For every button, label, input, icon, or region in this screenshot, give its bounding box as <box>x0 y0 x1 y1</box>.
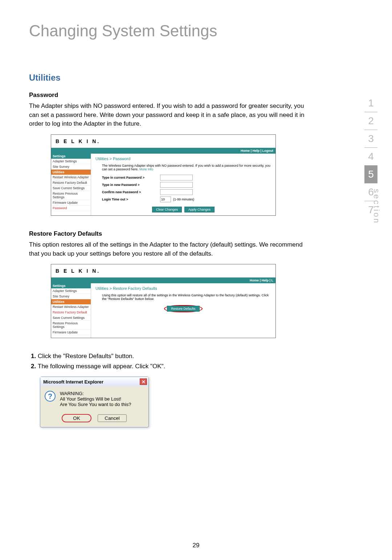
new-password-input[interactable] <box>160 182 193 188</box>
page-title: Changing System Settings <box>29 22 363 40</box>
password-body: The Adapter ships with NO password enter… <box>29 102 312 129</box>
sidebar-settings-head: Settings <box>51 154 91 159</box>
restore-defaults-button[interactable]: Restore Defaults <box>167 306 199 312</box>
current-password-label: Type in current Password > <box>102 176 160 179</box>
belkin-logo: B E L K I N. <box>56 268 100 274</box>
sidebar-item[interactable]: Adapter Settings <box>51 159 91 164</box>
highlight-circle: Restore Defaults <box>164 305 202 312</box>
sidebar-item[interactable]: Restart Wireless Adapter <box>51 175 91 180</box>
content: Utilities Password The Adapter ships wit… <box>29 73 312 427</box>
restore-body: This option restores all of the settings… <box>29 240 312 258</box>
password-heading: Password <box>29 92 312 99</box>
sidebar-item[interactable]: Restore Factory Default <box>51 180 91 186</box>
sidebar-item[interactable]: Firmware Update <box>51 200 91 206</box>
step-1: Click the "Restore Defaults" button. <box>38 353 312 360</box>
sidebar-item[interactable]: Save Current Settings <box>51 315 91 321</box>
dialog-line: Are You Sure You want to do this? <box>60 402 131 407</box>
dialog-line: All Your Settings Will be Lost! <box>60 396 131 402</box>
top-links-bar: Home | Help | L <box>51 277 275 283</box>
screenshot-password: B E L K I N. Home | Help | Logout Settin… <box>51 134 276 216</box>
section-tabs: section 1 2 3 4 5 6 7 <box>364 94 377 219</box>
sidebar-item[interactable]: Restart Wireless Adapter <box>51 304 91 310</box>
cancel-button[interactable]: Cancel <box>98 414 127 422</box>
login-timeout-hint: (1-99 minutes) <box>173 198 194 201</box>
section-tab-1[interactable]: 1 <box>364 94 377 112</box>
section-tab-4[interactable]: 4 <box>364 148 377 166</box>
sidebar: Settings Adapter Settings Site Survey Ut… <box>51 154 91 215</box>
sidebar-item[interactable]: Restore Previous Settings <box>51 191 91 200</box>
login-timeout-label: Login Time out > <box>102 198 160 201</box>
dialog-warning-label: WARNING: <box>60 391 131 396</box>
section-tab-3[interactable]: 3 <box>364 130 377 148</box>
section-tab-5[interactable]: 5 <box>364 166 377 183</box>
dialog-title: Microsoft Internet Explorer <box>43 379 103 385</box>
close-icon[interactable]: ✕ <box>140 378 147 385</box>
current-password-input[interactable] <box>160 175 193 180</box>
sidebar-item[interactable]: Firmware Update <box>51 330 91 335</box>
sidebar-utilities-head: Utilities <box>51 170 91 175</box>
step-2: The following message will appear. Click… <box>38 363 312 370</box>
sidebar-item[interactable]: Restore Previous Settings <box>51 321 91 330</box>
sidebar: Settings Adapter Settings Site Survey Ut… <box>51 283 91 338</box>
ok-button[interactable]: OK <box>62 414 91 422</box>
utilities-heading: Utilities <box>29 73 312 83</box>
section-tab-2[interactable]: 2 <box>364 112 377 130</box>
top-links[interactable]: Home | Help | Logout <box>241 149 273 153</box>
sidebar-item[interactable]: Site Survey <box>51 164 91 170</box>
more-info-link[interactable]: More Info <box>139 167 153 171</box>
sidebar-item-password[interactable]: Password <box>51 206 91 211</box>
sidebar-item[interactable]: Save Current Settings <box>51 186 91 191</box>
breadcrumb: Utilities > Restore Factory Defaults <box>95 286 271 291</box>
panel-description: Using this option will restore all of th… <box>102 293 271 301</box>
panel-description: The Wireless Gaming Adapter ships with N… <box>102 164 271 171</box>
clear-changes-button[interactable]: Clear Changes <box>152 207 182 212</box>
page-number: 29 <box>0 542 392 549</box>
sidebar-item[interactable]: Site Survey <box>51 294 91 299</box>
sidebar-settings-head: Settings <box>51 283 91 288</box>
new-password-label: Type in new Password > <box>102 183 160 187</box>
login-timeout-input[interactable] <box>160 196 171 202</box>
question-icon: ? <box>45 391 56 402</box>
apply-changes-button[interactable]: Apply Changes <box>184 207 215 212</box>
warning-dialog: Microsoft Internet Explorer ✕ ? WARNING:… <box>40 377 149 427</box>
top-links-bar: Home | Help | Logout <box>51 148 275 154</box>
panel-description-text: The Wireless Gaming Adapter ships with N… <box>102 164 270 171</box>
confirm-password-input[interactable] <box>160 189 193 195</box>
sidebar-utilities-head: Utilities <box>51 299 91 304</box>
section-label: section <box>372 189 381 224</box>
belkin-logo: B E L K I N. <box>56 138 100 144</box>
sidebar-item-restore[interactable]: Restore Factory Default <box>51 310 91 315</box>
confirm-password-label: Confirm new Password > <box>102 190 160 194</box>
restore-heading: Restore Factory Defaults <box>29 230 312 238</box>
sidebar-item[interactable]: Adapter Settings <box>51 288 91 294</box>
breadcrumb: Utilities > Password <box>95 157 271 161</box>
screenshot-restore: B E L K I N. Home | Help | L Settings Ad… <box>51 264 276 338</box>
top-links[interactable]: Home | Help | L <box>250 279 273 282</box>
steps-list: Click the "Restore Defaults" button. The… <box>38 353 312 370</box>
